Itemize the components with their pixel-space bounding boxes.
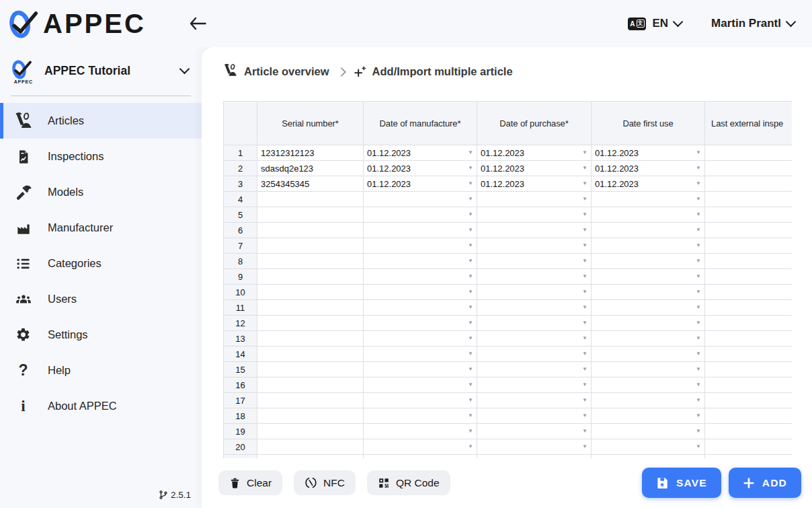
dropdown-arrow-icon[interactable]: ▼ [696,412,701,419]
date-first-use-cell[interactable]: ▼ [592,362,705,377]
dropdown-arrow-icon[interactable]: ▼ [582,289,587,295]
date-first-use-cell[interactable]: ▼ [592,192,705,207]
date-of-purchase-cell[interactable]: ▼ [477,223,592,238]
dropdown-arrow-icon[interactable]: ▼ [468,366,473,372]
dropdown-arrow-icon[interactable]: ▼ [696,227,701,233]
dropdown-arrow-icon[interactable]: ▼ [696,320,701,326]
serial-number-cell[interactable]: 3254345345 [257,176,364,192]
dropdown-arrow-icon[interactable]: ▼ [696,165,701,171]
serial-number-cell[interactable] [257,285,364,300]
sidebar-item-help[interactable]: ?Help [0,353,202,388]
dropdown-arrow-icon[interactable]: ▼ [468,180,473,186]
date-first-use-cell[interactable]: 01.12.2023▼ [592,161,705,176]
dropdown-arrow-icon[interactable]: ▼ [582,351,587,357]
last-external-inspection-cell[interactable] [705,347,793,362]
dropdown-arrow-icon[interactable]: ▼ [582,397,587,403]
dropdown-arrow-icon[interactable]: ▼ [582,180,587,186]
last-external-inspection-cell[interactable] [705,424,793,439]
date-of-manufacture-cell[interactable]: ▼ [364,254,477,269]
date-of-purchase-cell[interactable]: ▼ [477,285,592,300]
serial-number-cell[interactable] [257,408,364,424]
date-of-manufacture-cell[interactable]: ▼ [364,316,477,331]
date-of-manufacture-cell[interactable]: ▼ [364,238,477,254]
last-external-inspection-cell[interactable] [705,362,793,377]
dropdown-arrow-icon[interactable]: ▼ [696,366,701,372]
dropdown-arrow-icon[interactable]: ▼ [696,242,701,248]
last-external-inspection-cell[interactable] [705,223,793,238]
date-of-purchase-cell[interactable]: ▼ [477,424,592,439]
date-of-purchase-cell[interactable]: ▼ [477,408,592,424]
last-external-inspection-cell[interactable] [705,377,793,393]
dropdown-arrow-icon[interactable]: ▼ [468,412,473,419]
dropdown-arrow-icon[interactable]: ▼ [582,304,587,310]
dropdown-arrow-icon[interactable]: ▼ [582,165,587,171]
dropdown-arrow-icon[interactable]: ▼ [468,443,473,449]
dropdown-arrow-icon[interactable]: ▼ [696,443,701,449]
date-first-use-cell[interactable]: ▼ [592,238,705,254]
dropdown-arrow-icon[interactable]: ▼ [582,366,587,372]
date-of-manufacture-cell[interactable]: ▼ [364,347,477,362]
dropdown-arrow-icon[interactable]: ▼ [582,211,587,217]
date-of-purchase-cell[interactable]: ▼ [477,393,592,408]
serial-number-cell[interactable] [257,300,364,316]
date-of-manufacture-cell[interactable]: ▼ [364,439,477,455]
date-first-use-cell[interactable]: ▼ [592,408,705,424]
serial-number-cell[interactable] [257,331,364,347]
date-of-manufacture-cell[interactable]: ▼ [364,331,477,347]
last-external-inspection-cell[interactable] [705,285,793,300]
date-of-purchase-cell[interactable]: 01.12.2023▼ [477,176,592,192]
date-of-manufacture-cell[interactable]: 01.12.2023▼ [364,161,477,176]
date-of-manufacture-cell[interactable]: ▼ [364,408,477,424]
dropdown-arrow-icon[interactable]: ▼ [696,351,701,357]
sidebar-item-about-appec[interactable]: iAbout APPEC [0,388,202,424]
date-first-use-cell[interactable]: ▼ [592,254,705,269]
serial-number-cell[interactable] [257,347,364,362]
serial-number-cell[interactable] [257,192,364,207]
dropdown-arrow-icon[interactable]: ▼ [582,227,587,233]
serial-number-cell[interactable]: 12312312123 [257,145,364,161]
dropdown-arrow-icon[interactable]: ▼ [582,242,587,248]
workspace-selector[interactable]: APPEC APPEC Tutorial [0,47,202,93]
serial-number-cell[interactable] [257,424,364,439]
date-of-manufacture-cell[interactable]: 01.12.2023▼ [364,176,477,192]
dropdown-arrow-icon[interactable]: ▼ [468,428,473,434]
dropdown-arrow-icon[interactable]: ▼ [696,196,701,202]
dropdown-arrow-icon[interactable]: ▼ [696,428,701,434]
sidebar-item-articles[interactable]: Articles [0,103,202,139]
back-button[interactable] [189,16,207,31]
serial-number-cell[interactable] [257,223,364,238]
date-of-manufacture-cell[interactable]: ▼ [364,223,477,238]
serial-number-cell[interactable] [257,269,364,285]
sidebar-item-categories[interactable]: Categories [0,246,202,281]
date-first-use-cell[interactable]: ▼ [592,316,705,331]
date-first-use-cell[interactable]: ▼ [592,439,705,455]
date-first-use-cell[interactable]: ▼ [592,300,705,316]
last-external-inspection-cell[interactable] [705,439,793,455]
date-of-manufacture-cell[interactable]: ▼ [364,424,477,439]
serial-number-cell[interactable] [257,316,364,331]
date-first-use-cell[interactable]: ▼ [592,347,705,362]
last-external-inspection-cell[interactable] [705,408,793,424]
dropdown-arrow-icon[interactable]: ▼ [582,412,587,419]
date-of-manufacture-cell[interactable]: 01.12.2023▼ [364,145,477,161]
breadcrumb-article-overview[interactable]: Article overview [244,65,329,78]
dropdown-arrow-icon[interactable]: ▼ [582,273,587,279]
date-first-use-cell[interactable]: ▼ [592,285,705,300]
last-external-inspection-cell[interactable] [705,316,793,331]
last-external-inspection-cell[interactable] [705,331,793,347]
dropdown-arrow-icon[interactable]: ▼ [468,227,473,233]
dropdown-arrow-icon[interactable]: ▼ [582,149,587,155]
serial-number-cell[interactable] [257,377,364,393]
last-external-inspection-cell[interactable] [705,238,793,254]
dropdown-arrow-icon[interactable]: ▼ [468,382,473,388]
dropdown-arrow-icon[interactable]: ▼ [696,289,701,295]
date-of-purchase-cell[interactable]: ▼ [477,254,592,269]
dropdown-arrow-icon[interactable]: ▼ [582,382,587,388]
dropdown-arrow-icon[interactable]: ▼ [468,165,473,171]
dropdown-arrow-icon[interactable]: ▼ [696,397,701,403]
date-of-purchase-cell[interactable]: ▼ [477,269,592,285]
date-first-use-cell[interactable]: 01.12.2023▼ [592,176,705,192]
serial-number-cell[interactable]: sdasdq2e123 [257,161,364,176]
qr-code-button[interactable]: QR Code [367,470,450,495]
date-of-purchase-cell[interactable]: ▼ [477,331,592,347]
